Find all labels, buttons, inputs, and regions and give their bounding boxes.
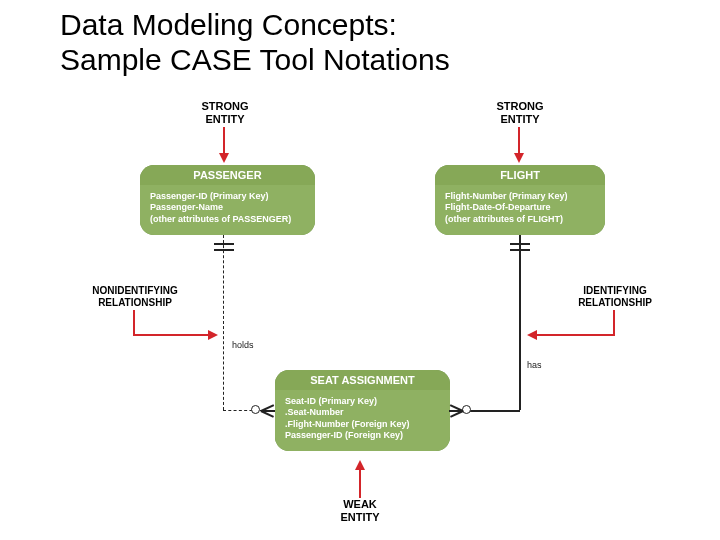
label-identifying: IDENTIFYING RELATIONSHIP — [565, 285, 665, 308]
relation-label-holds: holds — [232, 340, 254, 350]
attr: .Seat-Number — [285, 407, 440, 418]
attr: Seat-ID (Primary Key) — [285, 396, 440, 407]
entity-flight: FLIGHT Flight-Number (Primary Key) Fligh… — [435, 165, 605, 235]
attr: Passenger-ID (Primary Key) — [150, 191, 305, 202]
attr: (other attributes of FLIGHT) — [445, 214, 595, 225]
entity-flight-body: Flight-Number (Primary Key) Flight-Date-… — [435, 185, 605, 235]
relation-label-has: has — [527, 360, 542, 370]
cardinality-zero-ring — [251, 405, 260, 414]
connector-flight-seat-v — [519, 235, 521, 410]
arrow-head-strong-right — [514, 153, 524, 163]
arrow-head-iden — [527, 330, 537, 340]
arrow-stem-iden-h — [537, 334, 615, 336]
attr: Passenger-ID (Foreign Key) — [285, 430, 440, 441]
cardinality-tick — [214, 249, 234, 251]
entity-seat: SEAT ASSIGNMENT Seat-ID (Primary Key) .S… — [275, 370, 450, 451]
entity-seat-body: Seat-ID (Primary Key) .Seat-Number .Flig… — [275, 390, 450, 451]
crows-foot-icon — [449, 403, 463, 417]
arrow-head-noniden — [208, 330, 218, 340]
label-nonidentifying: NONIDENTIFYING RELATIONSHIP — [85, 285, 185, 308]
connector-passenger-seat-v — [223, 235, 224, 410]
arrow-head-strong-left — [219, 153, 229, 163]
entity-seat-header: SEAT ASSIGNMENT — [275, 370, 450, 390]
entity-flight-header: FLIGHT — [435, 165, 605, 185]
arrow-stem-strong-left — [223, 127, 225, 153]
attr: Passenger-Name — [150, 202, 305, 213]
label-strong-left: STRONG ENTITY — [190, 100, 260, 125]
arrow-stem-noniden-v — [133, 310, 135, 334]
crows-foot-icon — [261, 403, 275, 417]
title-line1: Data Modeling Concepts: Sample CASE Tool… — [60, 8, 450, 76]
attr: (other attributes of PASSENGER) — [150, 214, 305, 225]
entity-passenger-body: Passenger-ID (Primary Key) Passenger-Nam… — [140, 185, 315, 235]
label-strong-right: STRONG ENTITY — [485, 100, 555, 125]
arrow-stem-weak — [359, 470, 361, 498]
attr: Flight-Number (Primary Key) — [445, 191, 595, 202]
attr: .Flight-Number (Foreign Key) — [285, 419, 440, 430]
page-title: Data Modeling Concepts: Sample CASE Tool… — [60, 8, 450, 77]
label-weak: WEAK ENTITY — [330, 498, 390, 523]
cardinality-tick — [214, 243, 234, 245]
entity-passenger-header: PASSENGER — [140, 165, 315, 185]
arrow-stem-noniden-h — [133, 334, 208, 336]
entity-passenger: PASSENGER Passenger-ID (Primary Key) Pas… — [140, 165, 315, 235]
attr: Flight-Date-Of-Departure — [445, 202, 595, 213]
arrow-stem-iden-v — [613, 310, 615, 334]
arrow-stem-strong-right — [518, 127, 520, 153]
arrow-head-weak — [355, 460, 365, 470]
